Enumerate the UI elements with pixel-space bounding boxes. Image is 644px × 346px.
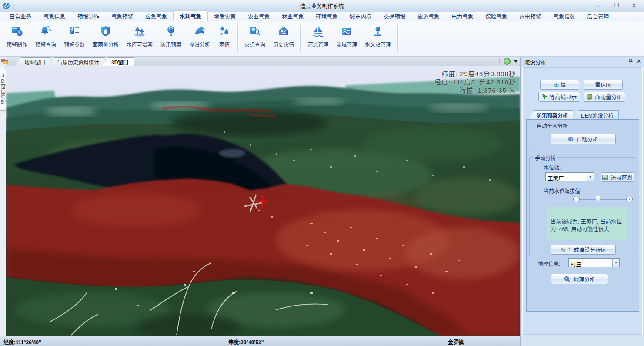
analysis-tab-row: 防汛预案分析 DEM淹没分析 (529, 110, 619, 119)
panel-footer (521, 335, 644, 346)
station-label: 水位站: (544, 164, 561, 171)
menu-bar: 日常业务 气象信息 预报制作 气象预警 应急气象 水利气象 地质灾害 农业气象 … (0, 12, 644, 21)
menu-index[interactable]: 气象指数 (547, 11, 581, 21)
submerge-analysis-panel: 淹没分析 ✕ 雨 情 雷达图 等高线显示 面雨量分析 防汛预案分析 (520, 57, 644, 346)
tool-reservoir-capacity[interactable]: 水库可增容 (123, 24, 157, 49)
alert-search-icon (39, 25, 52, 38)
tool-area-rainfall[interactable]: 面雨量分析 (89, 24, 123, 49)
menu-environment[interactable]: 环境气象 (310, 11, 344, 21)
menu-agriculture[interactable]: 农业气象 (242, 11, 276, 21)
menu-forestry[interactable]: 林业气象 (276, 11, 310, 21)
level-increase-button[interactable]: + (626, 196, 633, 202)
menu-insurance[interactable]: 保险气象 (479, 11, 513, 21)
menu-weather-warning[interactable]: 气象预警 (105, 11, 139, 21)
geo-info-value: 村庄 (569, 259, 612, 267)
rain-status-icon (218, 25, 231, 38)
toolbar-separator (300, 25, 301, 52)
map-3d-viewport[interactable]: 纬度: 29度46分0.898秒 经度: 111度31分42.618秒 海拔: … (6, 66, 520, 336)
3d-window-manager-tab[interactable]: 3D窗口管理 (0, 67, 6, 111)
menu-urban-flood[interactable]: 城市内涝 (344, 11, 377, 21)
flood-plan-icon (164, 25, 177, 38)
tab-weather-history-stats[interactable]: 气象历史资料统计 (49, 57, 105, 66)
tool-river-mgmt[interactable]: 河流管理 (304, 24, 332, 49)
close-button[interactable]: ✕ (627, 2, 641, 10)
manual-analysis-group: 手动分析 水位站: 王家厂 ▼ 流域区划 当前水位海拔值: − + 当 (529, 157, 636, 256)
tab-3d-window[interactable]: 3D窗口 (103, 57, 134, 66)
contour-display-button[interactable]: 等高线显示 (538, 92, 580, 102)
panel-title: 淹没分析 (524, 58, 546, 66)
window-title: 澧县业务制作系统 (0, 2, 644, 10)
level-decrease-button[interactable]: − (573, 196, 580, 202)
reservoir-capacity-icon (133, 25, 146, 38)
rain-status-button[interactable]: 雨 情 (540, 80, 579, 90)
tool-alert-search[interactable]: 预警查询 (31, 24, 60, 49)
geo-info-select[interactable]: 村庄 ▼ (568, 258, 620, 267)
menu-traffic[interactable]: 交通预报 (377, 11, 411, 21)
menu-weather-info[interactable]: 气象信息 (37, 11, 71, 21)
coordinate-overlay: 纬度: 29度46分0.898秒 经度: 111度31分42.618秒 海拔: … (434, 70, 516, 94)
status-bar: 经度:111°36'40" 纬度:29°49'53" 金罗镇 (0, 336, 520, 346)
menu-tourism[interactable]: 旅游气象 (411, 11, 445, 21)
tab-dem-submerge-analysis[interactable]: DEM淹没分析 (573, 110, 619, 119)
level-slider-thumb[interactable] (596, 196, 600, 202)
alert-params-icon (68, 25, 81, 38)
chevron-down-icon[interactable]: ▼ (587, 173, 594, 181)
area-rainfall-button[interactable]: 面雨量分析 (584, 92, 625, 102)
toolbar-group-warning: 预警制作 预警查询 预警参数 面雨量分析 水库可增容 防汛预案 (3, 24, 235, 49)
tool-alert-compose[interactable]: 预警制作 (3, 24, 31, 49)
menu-power[interactable]: 电力气象 (445, 11, 479, 21)
maximize-button[interactable]: ❐ (610, 2, 623, 10)
manual-group-title: 手动分析 (533, 154, 557, 161)
menu-hydrology[interactable]: 水利气象 (173, 10, 208, 21)
panel-close-icon[interactable]: ✕ (637, 58, 641, 64)
cursor-sparkle-icon (560, 247, 566, 253)
tool-basin-mgmt[interactable]: 流域管理 (332, 24, 361, 49)
layers-icon (587, 94, 592, 100)
hydro-station-icon (371, 25, 384, 38)
level-slider-track[interactable] (580, 199, 626, 200)
river-icon (311, 25, 324, 38)
minimize-button[interactable]: – (592, 2, 605, 10)
basin-icon (340, 25, 353, 38)
overlay-longitude: 经度: 111度31分42.618秒 (434, 78, 516, 86)
terrain-render (6, 66, 520, 336)
overlay-latitude: 纬度: 29度46分0.898秒 (434, 70, 516, 78)
geo-info-label: 地理信息: (538, 260, 560, 267)
tool-submerge-analysis[interactable]: 淹没分析 (185, 24, 214, 49)
tool-alert-params[interactable]: 预警参数 (60, 24, 89, 49)
pin-icon[interactable] (628, 59, 633, 64)
menu-geology[interactable]: 地质灾害 (208, 11, 242, 21)
tab-grip (499, 59, 500, 64)
window-manager-icon[interactable] (1, 58, 9, 65)
auto-group-title: 自动全区分析 (535, 122, 570, 129)
station-select[interactable]: 王家厂 ▼ (545, 172, 594, 181)
menu-forecast-make[interactable]: 预报制作 (71, 11, 105, 21)
submerge-analysis-icon (193, 25, 206, 38)
radar-chart-button[interactable]: 雷达图 (584, 80, 623, 90)
geo-analyze-button[interactable]: 地理分析 (551, 274, 608, 284)
tab-map-window[interactable]: 地图窗口 (16, 57, 51, 66)
menu-lightning[interactable]: 雷电预警 (513, 11, 547, 21)
auto-analyze-button[interactable]: 自动分析 (551, 134, 616, 144)
toolbar-separator (237, 25, 238, 52)
watershed-info-box: 当前流域为: 王家厂, 当前水位为: 465, 启动可能性很大 (547, 207, 627, 240)
generate-submerge-zone-button[interactable]: 生成淹没分析区 (551, 245, 616, 255)
menu-daily[interactable]: 日常业务 (3, 11, 37, 21)
tab-flood-plan-analysis[interactable]: 防汛预案分析 (529, 110, 573, 119)
tool-rain-status[interactable]: 雨情 (214, 24, 235, 49)
window-list-dropdown-icon[interactable] (514, 60, 517, 63)
basin-zoning-button[interactable]: 流域区划 (601, 172, 634, 182)
toolbar-group-disaster: 灾点查询 历史灾情 (240, 24, 298, 49)
menu-emergency[interactable]: 应急气象 (139, 11, 173, 21)
water-level-label: 当前水位海拔值: (544, 187, 581, 195)
tool-history-disaster[interactable]: 历史灾情 (269, 24, 298, 49)
add-window-button[interactable]: + (504, 58, 511, 65)
cursor-icon (542, 94, 547, 100)
menu-admin[interactable]: 后台管理 (581, 11, 615, 21)
status-town: 金罗镇 (448, 338, 464, 346)
chevron-down-icon[interactable]: ▼ (612, 259, 619, 267)
tool-flood-plan[interactable]: 防汛预案 (157, 24, 185, 49)
globe-icon (568, 136, 574, 142)
tool-hydro-station-mgmt[interactable]: 水文站管理 (361, 24, 395, 49)
tool-disaster-search[interactable]: 灾点查询 (240, 24, 269, 49)
